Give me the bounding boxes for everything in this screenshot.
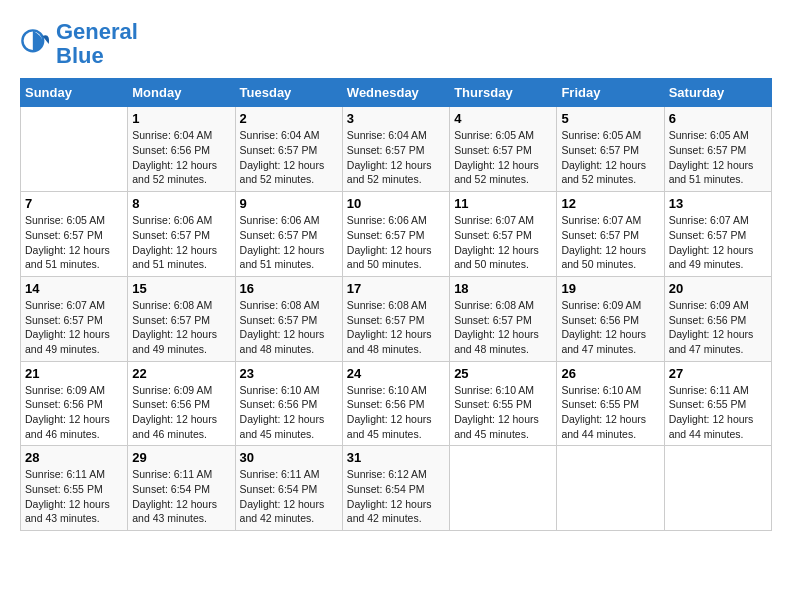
calendar-cell: 20Sunrise: 6:09 AM Sunset: 6:56 PM Dayli… bbox=[664, 276, 771, 361]
day-number: 9 bbox=[240, 196, 338, 211]
day-number: 27 bbox=[669, 366, 767, 381]
week-row-3: 14Sunrise: 6:07 AM Sunset: 6:57 PM Dayli… bbox=[21, 276, 772, 361]
day-number: 22 bbox=[132, 366, 230, 381]
day-number: 28 bbox=[25, 450, 123, 465]
day-info: Sunrise: 6:07 AM Sunset: 6:57 PM Dayligh… bbox=[25, 298, 123, 357]
calendar-cell: 15Sunrise: 6:08 AM Sunset: 6:57 PM Dayli… bbox=[128, 276, 235, 361]
day-number: 21 bbox=[25, 366, 123, 381]
calendar-cell bbox=[557, 446, 664, 531]
week-row-4: 21Sunrise: 6:09 AM Sunset: 6:56 PM Dayli… bbox=[21, 361, 772, 446]
calendar-cell: 14Sunrise: 6:07 AM Sunset: 6:57 PM Dayli… bbox=[21, 276, 128, 361]
calendar-cell: 24Sunrise: 6:10 AM Sunset: 6:56 PM Dayli… bbox=[342, 361, 449, 446]
day-number: 7 bbox=[25, 196, 123, 211]
day-info: Sunrise: 6:08 AM Sunset: 6:57 PM Dayligh… bbox=[132, 298, 230, 357]
day-info: Sunrise: 6:06 AM Sunset: 6:57 PM Dayligh… bbox=[240, 213, 338, 272]
calendar-cell: 10Sunrise: 6:06 AM Sunset: 6:57 PM Dayli… bbox=[342, 192, 449, 277]
calendar-cell: 31Sunrise: 6:12 AM Sunset: 6:54 PM Dayli… bbox=[342, 446, 449, 531]
day-info: Sunrise: 6:10 AM Sunset: 6:55 PM Dayligh… bbox=[561, 383, 659, 442]
day-number: 3 bbox=[347, 111, 445, 126]
day-number: 23 bbox=[240, 366, 338, 381]
week-row-1: 1Sunrise: 6:04 AM Sunset: 6:56 PM Daylig… bbox=[21, 107, 772, 192]
calendar-cell bbox=[664, 446, 771, 531]
day-number: 16 bbox=[240, 281, 338, 296]
week-row-2: 7Sunrise: 6:05 AM Sunset: 6:57 PM Daylig… bbox=[21, 192, 772, 277]
calendar-cell: 12Sunrise: 6:07 AM Sunset: 6:57 PM Dayli… bbox=[557, 192, 664, 277]
day-number: 5 bbox=[561, 111, 659, 126]
week-row-5: 28Sunrise: 6:11 AM Sunset: 6:55 PM Dayli… bbox=[21, 446, 772, 531]
day-info: Sunrise: 6:11 AM Sunset: 6:55 PM Dayligh… bbox=[25, 467, 123, 526]
day-info: Sunrise: 6:06 AM Sunset: 6:57 PM Dayligh… bbox=[132, 213, 230, 272]
day-info: Sunrise: 6:09 AM Sunset: 6:56 PM Dayligh… bbox=[669, 298, 767, 357]
day-number: 20 bbox=[669, 281, 767, 296]
day-info: Sunrise: 6:04 AM Sunset: 6:56 PM Dayligh… bbox=[132, 128, 230, 187]
calendar-cell: 17Sunrise: 6:08 AM Sunset: 6:57 PM Dayli… bbox=[342, 276, 449, 361]
calendar-cell: 8Sunrise: 6:06 AM Sunset: 6:57 PM Daylig… bbox=[128, 192, 235, 277]
day-info: Sunrise: 6:05 AM Sunset: 6:57 PM Dayligh… bbox=[454, 128, 552, 187]
day-number: 19 bbox=[561, 281, 659, 296]
calendar-cell: 27Sunrise: 6:11 AM Sunset: 6:55 PM Dayli… bbox=[664, 361, 771, 446]
calendar-cell: 23Sunrise: 6:10 AM Sunset: 6:56 PM Dayli… bbox=[235, 361, 342, 446]
day-info: Sunrise: 6:09 AM Sunset: 6:56 PM Dayligh… bbox=[561, 298, 659, 357]
day-number: 11 bbox=[454, 196, 552, 211]
calendar-cell: 13Sunrise: 6:07 AM Sunset: 6:57 PM Dayli… bbox=[664, 192, 771, 277]
calendar-cell: 18Sunrise: 6:08 AM Sunset: 6:57 PM Dayli… bbox=[450, 276, 557, 361]
day-info: Sunrise: 6:08 AM Sunset: 6:57 PM Dayligh… bbox=[240, 298, 338, 357]
calendar-cell: 6Sunrise: 6:05 AM Sunset: 6:57 PM Daylig… bbox=[664, 107, 771, 192]
day-info: Sunrise: 6:05 AM Sunset: 6:57 PM Dayligh… bbox=[561, 128, 659, 187]
day-number: 18 bbox=[454, 281, 552, 296]
day-info: Sunrise: 6:10 AM Sunset: 6:55 PM Dayligh… bbox=[454, 383, 552, 442]
calendar-cell: 4Sunrise: 6:05 AM Sunset: 6:57 PM Daylig… bbox=[450, 107, 557, 192]
day-info: Sunrise: 6:11 AM Sunset: 6:54 PM Dayligh… bbox=[132, 467, 230, 526]
day-number: 1 bbox=[132, 111, 230, 126]
calendar-cell: 22Sunrise: 6:09 AM Sunset: 6:56 PM Dayli… bbox=[128, 361, 235, 446]
day-info: Sunrise: 6:04 AM Sunset: 6:57 PM Dayligh… bbox=[240, 128, 338, 187]
day-number: 25 bbox=[454, 366, 552, 381]
calendar-cell: 5Sunrise: 6:05 AM Sunset: 6:57 PM Daylig… bbox=[557, 107, 664, 192]
day-number: 2 bbox=[240, 111, 338, 126]
calendar-cell: 16Sunrise: 6:08 AM Sunset: 6:57 PM Dayli… bbox=[235, 276, 342, 361]
day-info: Sunrise: 6:11 AM Sunset: 6:55 PM Dayligh… bbox=[669, 383, 767, 442]
calendar-cell: 1Sunrise: 6:04 AM Sunset: 6:56 PM Daylig… bbox=[128, 107, 235, 192]
day-info: Sunrise: 6:06 AM Sunset: 6:57 PM Dayligh… bbox=[347, 213, 445, 272]
calendar-cell: 7Sunrise: 6:05 AM Sunset: 6:57 PM Daylig… bbox=[21, 192, 128, 277]
day-number: 12 bbox=[561, 196, 659, 211]
day-number: 29 bbox=[132, 450, 230, 465]
day-number: 8 bbox=[132, 196, 230, 211]
calendar-cell: 21Sunrise: 6:09 AM Sunset: 6:56 PM Dayli… bbox=[21, 361, 128, 446]
header-sunday: Sunday bbox=[21, 79, 128, 107]
calendar-cell: 11Sunrise: 6:07 AM Sunset: 6:57 PM Dayli… bbox=[450, 192, 557, 277]
header-tuesday: Tuesday bbox=[235, 79, 342, 107]
day-number: 10 bbox=[347, 196, 445, 211]
day-info: Sunrise: 6:12 AM Sunset: 6:54 PM Dayligh… bbox=[347, 467, 445, 526]
header-thursday: Thursday bbox=[450, 79, 557, 107]
day-info: Sunrise: 6:07 AM Sunset: 6:57 PM Dayligh… bbox=[669, 213, 767, 272]
calendar-cell: 29Sunrise: 6:11 AM Sunset: 6:54 PM Dayli… bbox=[128, 446, 235, 531]
day-number: 17 bbox=[347, 281, 445, 296]
day-number: 30 bbox=[240, 450, 338, 465]
calendar-cell bbox=[21, 107, 128, 192]
calendar-cell: 3Sunrise: 6:04 AM Sunset: 6:57 PM Daylig… bbox=[342, 107, 449, 192]
logo-text: General Blue bbox=[56, 20, 138, 68]
calendar-table: SundayMondayTuesdayWednesdayThursdayFrid… bbox=[20, 78, 772, 531]
page-header: General Blue bbox=[20, 20, 772, 68]
day-number: 14 bbox=[25, 281, 123, 296]
day-info: Sunrise: 6:09 AM Sunset: 6:56 PM Dayligh… bbox=[132, 383, 230, 442]
day-info: Sunrise: 6:08 AM Sunset: 6:57 PM Dayligh… bbox=[454, 298, 552, 357]
calendar-cell: 2Sunrise: 6:04 AM Sunset: 6:57 PM Daylig… bbox=[235, 107, 342, 192]
day-number: 13 bbox=[669, 196, 767, 211]
day-number: 6 bbox=[669, 111, 767, 126]
day-info: Sunrise: 6:10 AM Sunset: 6:56 PM Dayligh… bbox=[347, 383, 445, 442]
day-info: Sunrise: 6:05 AM Sunset: 6:57 PM Dayligh… bbox=[669, 128, 767, 187]
calendar-cell: 25Sunrise: 6:10 AM Sunset: 6:55 PM Dayli… bbox=[450, 361, 557, 446]
day-number: 15 bbox=[132, 281, 230, 296]
day-info: Sunrise: 6:07 AM Sunset: 6:57 PM Dayligh… bbox=[561, 213, 659, 272]
day-info: Sunrise: 6:07 AM Sunset: 6:57 PM Dayligh… bbox=[454, 213, 552, 272]
header-monday: Monday bbox=[128, 79, 235, 107]
calendar-cell: 19Sunrise: 6:09 AM Sunset: 6:56 PM Dayli… bbox=[557, 276, 664, 361]
header-wednesday: Wednesday bbox=[342, 79, 449, 107]
calendar-cell: 9Sunrise: 6:06 AM Sunset: 6:57 PM Daylig… bbox=[235, 192, 342, 277]
day-number: 26 bbox=[561, 366, 659, 381]
calendar-cell: 30Sunrise: 6:11 AM Sunset: 6:54 PM Dayli… bbox=[235, 446, 342, 531]
day-info: Sunrise: 6:04 AM Sunset: 6:57 PM Dayligh… bbox=[347, 128, 445, 187]
day-number: 24 bbox=[347, 366, 445, 381]
